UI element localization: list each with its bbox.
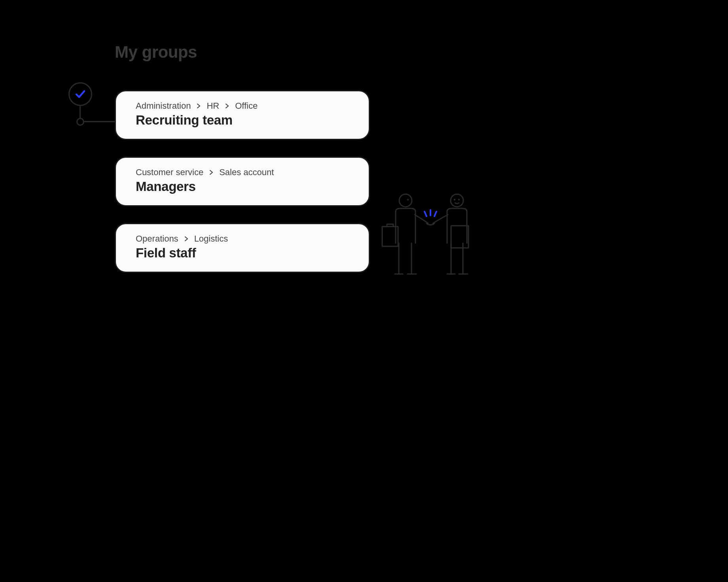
svg-line-7 bbox=[425, 212, 427, 216]
svg-point-0 bbox=[399, 194, 412, 207]
group-card[interactable]: Customer service Sales account Managers bbox=[115, 157, 370, 206]
svg-point-5 bbox=[458, 199, 460, 200]
svg-rect-6 bbox=[451, 226, 468, 248]
breadcrumb: Administration HR Office bbox=[136, 101, 349, 111]
breadcrumb: Customer service Sales account bbox=[136, 167, 349, 178]
chevron-right-icon bbox=[196, 103, 201, 109]
group-card[interactable]: Operations Logistics Field staff bbox=[115, 223, 370, 273]
breadcrumb-segment: Office bbox=[235, 101, 258, 111]
handshake-illustration-icon bbox=[380, 192, 483, 279]
svg-line-9 bbox=[434, 212, 436, 216]
breadcrumb-segment: Administration bbox=[136, 101, 191, 111]
page-title: My groups bbox=[115, 43, 197, 62]
breadcrumb: Operations Logistics bbox=[136, 234, 349, 244]
group-name: Recruiting team bbox=[136, 113, 349, 128]
chevron-right-icon bbox=[209, 170, 214, 175]
breadcrumb-segment: Operations bbox=[136, 234, 178, 244]
breadcrumb-segment: Logistics bbox=[194, 234, 228, 244]
check-circle-icon bbox=[68, 82, 92, 106]
chevron-right-icon bbox=[225, 103, 229, 109]
selection-indicator bbox=[68, 82, 116, 126]
group-name: Managers bbox=[136, 179, 349, 194]
connector-node-icon bbox=[76, 118, 84, 126]
breadcrumb-segment: Sales account bbox=[219, 167, 274, 178]
group-list: Administration HR Office Recruiting team… bbox=[115, 90, 370, 273]
chevron-right-icon bbox=[184, 236, 189, 242]
group-card[interactable]: Administration HR Office Recruiting team bbox=[115, 90, 370, 140]
svg-point-3 bbox=[451, 194, 463, 207]
svg-point-4 bbox=[454, 199, 455, 200]
svg-point-1 bbox=[407, 199, 409, 200]
breadcrumb-segment: HR bbox=[207, 101, 219, 111]
breadcrumb-segment: Customer service bbox=[136, 167, 203, 178]
group-name: Field staff bbox=[136, 246, 349, 261]
